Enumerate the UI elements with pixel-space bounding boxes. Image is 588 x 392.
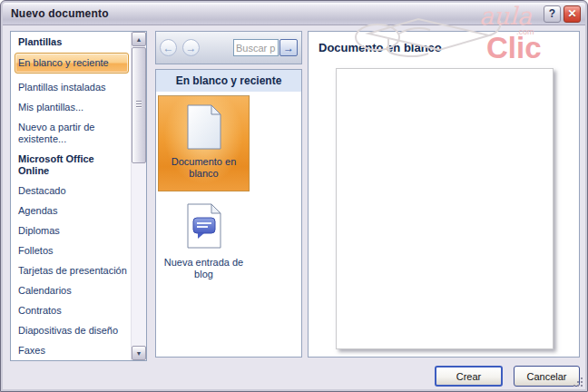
sidebar-item-en-blanco-y-reciente[interactable]: En blanco y reciente — [15, 53, 129, 74]
sidebar-item-destacado[interactable]: Destacado — [18, 185, 127, 197]
new-document-dialog: Nuevo documento ? ✕ aula .com Clic Plant… — [0, 0, 588, 392]
sidebar-item-calendarios[interactable]: Calendarios — [18, 285, 127, 297]
templates-listbox: Plantillas En blanco y reciente Plantill… — [10, 31, 147, 361]
scrollbar-grip — [136, 101, 142, 109]
blank-document-icon — [185, 103, 223, 151]
cancel-button[interactable]: Cancelar — [514, 366, 580, 387]
template-new-blog-entry[interactable]: Nueva entrada de blog — [158, 202, 250, 280]
titlebar[interactable]: Nuevo documento ? ✕ — [3, 3, 585, 25]
scroll-down-icon[interactable]: ▼ — [132, 346, 146, 360]
sidebar-item-faxes[interactable]: Faxes — [18, 345, 127, 357]
sidebar-item-tarjetas-de-presentacion[interactable]: Tarjetas de presentación — [18, 265, 127, 277]
blog-entry-icon — [185, 202, 223, 250]
back-icon[interactable]: ← — [160, 39, 177, 56]
preview-title: Documento en blanco — [318, 41, 442, 54]
close-icon[interactable]: ✕ — [564, 5, 581, 23]
template-label: Documento en blanco — [162, 156, 246, 180]
template-label: Nueva entrada de blog — [162, 257, 246, 280]
template-blank-document[interactable]: Documento en blanco — [158, 95, 250, 191]
preview-panel: Documento en blanco — [308, 31, 580, 358]
sidebar-item-contratos[interactable]: Contratos — [18, 305, 127, 317]
sidebar-scrollbar[interactable]: ▲ ▼ — [131, 32, 146, 360]
resize-grip[interactable] — [573, 377, 584, 388]
sidebar-item-mis-plantillas[interactable]: Mis plantillas... — [18, 102, 127, 113]
dialog-title: Nuevo documento — [11, 7, 541, 20]
search-input[interactable] — [233, 39, 279, 56]
create-button[interactable]: Crear — [435, 366, 503, 387]
templates-list: Plantillas En blanco y reciente Plantill… — [11, 32, 131, 360]
sidebar-item-plantillas-instaladas[interactable]: Plantillas instaladas — [18, 82, 127, 93]
document-preview — [336, 68, 554, 349]
scrollbar-track[interactable] — [132, 46, 146, 346]
scrollbar-thumb[interactable] — [132, 47, 146, 163]
sidebar-item-nuevo-a-partir-de-existente[interactable]: Nuevo a partir de existente... — [18, 122, 127, 145]
scroll-up-icon[interactable]: ▲ — [132, 32, 146, 46]
sidebar-item-folletos[interactable]: Folletos — [18, 245, 127, 257]
navigation-bar: ← → → — [155, 31, 302, 64]
search-area: → — [233, 39, 298, 56]
help-button[interactable]: ? — [544, 5, 561, 23]
sidebar-item-diplomas[interactable]: Diplomas — [18, 225, 127, 237]
sidebar-item-microsoft-office-online[interactable]: Microsoft Office Online — [18, 153, 127, 177]
template-chooser-panel: En blanco y reciente Documento en blanco — [155, 69, 302, 358]
sidebar-item-agendas[interactable]: Agendas — [18, 205, 127, 217]
chooser-header: En blanco y reciente — [156, 70, 301, 92]
search-go-icon[interactable]: → — [279, 39, 298, 56]
templates-header: Plantillas — [18, 36, 127, 48]
sidebar-item-diapositivas-de-diseno[interactable]: Diapositivas de diseño — [18, 325, 127, 337]
forward-icon[interactable]: → — [182, 39, 200, 56]
